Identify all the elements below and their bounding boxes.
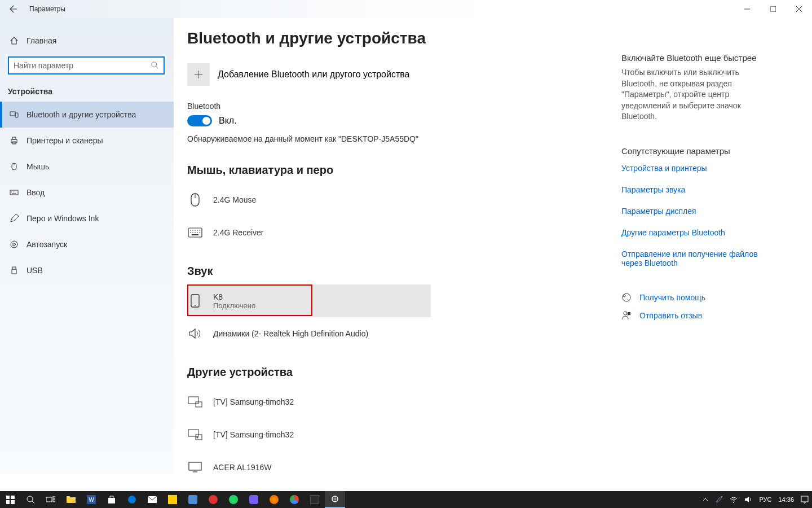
notification-icon bbox=[801, 496, 809, 503]
back-arrow-icon bbox=[9, 5, 18, 14]
search-box[interactable] bbox=[8, 56, 165, 75]
get-help-link[interactable]: Получить помощь bbox=[621, 292, 774, 303]
tray-language[interactable]: РУС bbox=[756, 491, 775, 508]
mouse-device-icon bbox=[187, 192, 203, 207]
printer-icon bbox=[10, 136, 19, 145]
taskbar-app-chrome[interactable] bbox=[284, 491, 304, 508]
device-monitor[interactable]: ACER AL1916W bbox=[187, 451, 431, 474]
search-button[interactable] bbox=[20, 491, 41, 508]
taskbar-app-1c[interactable] bbox=[162, 491, 183, 508]
home-label: Главная bbox=[27, 36, 56, 45]
svg-rect-56 bbox=[53, 500, 55, 502]
svg-point-60 bbox=[128, 496, 136, 503]
taskbar-app-mail[interactable] bbox=[142, 491, 162, 508]
start-button[interactable] bbox=[0, 491, 20, 508]
add-device-button[interactable] bbox=[187, 63, 210, 86]
taskbar-app-store[interactable] bbox=[102, 491, 122, 508]
device-k8[interactable]: K8 Подключено bbox=[187, 284, 431, 317]
taskbar-app-settings[interactable] bbox=[325, 491, 345, 508]
svg-rect-65 bbox=[801, 496, 808, 502]
back-button[interactable] bbox=[0, 0, 27, 18]
app-icon bbox=[310, 495, 319, 504]
taskbar-app-generic2[interactable] bbox=[304, 491, 325, 508]
sidebar-item-bluetooth[interactable]: Bluetooth и другие устройства bbox=[0, 102, 174, 128]
cast-device-icon bbox=[187, 396, 203, 408]
aside-panel: Включайте Bluetooth еще быстрее Чтобы вк… bbox=[621, 29, 791, 474]
app-icon bbox=[209, 495, 218, 504]
sidebar-item-pen[interactable]: Перо и Windows Ink bbox=[0, 205, 174, 231]
phone-device-icon bbox=[187, 294, 203, 308]
taskbar-app-viber[interactable] bbox=[244, 491, 264, 508]
edge-icon bbox=[127, 495, 136, 504]
taskbar-app-edge[interactable] bbox=[122, 491, 142, 508]
sidebar-item-mouse[interactable]: Мышь bbox=[0, 154, 174, 179]
sidebar-item-autoplay[interactable]: Автозапуск bbox=[0, 231, 174, 257]
svg-point-27 bbox=[192, 230, 193, 231]
minimize-button[interactable] bbox=[734, 0, 760, 18]
svg-line-53 bbox=[32, 501, 34, 503]
taskbar-app-ccleaner[interactable] bbox=[203, 491, 223, 508]
gear-icon bbox=[330, 494, 339, 503]
device-tv2[interactable]: [TV] Samsung-timoh32 bbox=[187, 418, 431, 451]
search-input[interactable] bbox=[14, 61, 151, 70]
link-devices-printers[interactable]: Устройства и принтеры bbox=[621, 164, 774, 173]
tray-expand[interactable] bbox=[699, 491, 712, 508]
tray-app[interactable] bbox=[712, 491, 726, 508]
sidebar: Главная Устройства Bluetooth и другие ус… bbox=[0, 18, 174, 474]
device-tv1[interactable]: [TV] Samsung-timoh32 bbox=[187, 386, 431, 418]
help-icon bbox=[621, 292, 632, 303]
taskbar-app-whatsapp[interactable] bbox=[223, 491, 244, 508]
window-title: Параметры bbox=[29, 5, 65, 13]
device-mouse[interactable]: 2.4G Mouse bbox=[187, 183, 431, 216]
bluetooth-toggle[interactable] bbox=[187, 115, 212, 126]
device-name: ACER AL1916W bbox=[213, 463, 272, 472]
link-send-receive-files[interactable]: Отправление или получение файлов через B… bbox=[621, 249, 774, 268]
sidebar-section-label: Устройства bbox=[0, 82, 174, 102]
device-name: K8 bbox=[213, 292, 255, 301]
close-button[interactable] bbox=[786, 0, 812, 18]
search-icon bbox=[27, 496, 35, 504]
sidebar-home[interactable]: Главная bbox=[0, 29, 174, 52]
svg-point-28 bbox=[195, 230, 196, 231]
svg-rect-19 bbox=[12, 267, 16, 269]
tray-wifi[interactable] bbox=[726, 491, 741, 508]
feedback-label: Отправить отзыв bbox=[639, 311, 702, 320]
device-speakers[interactable]: Динамики (2- Realtek High Definition Aud… bbox=[187, 317, 431, 350]
taskbar-app-word[interactable]: W bbox=[81, 491, 102, 508]
link-more-bluetooth[interactable]: Другие параметры Bluetooth bbox=[621, 228, 774, 237]
tip-text: Чтобы включить или выключить Bluetooth, … bbox=[621, 67, 774, 122]
nav-label: USB bbox=[27, 266, 43, 275]
svg-point-30 bbox=[199, 230, 200, 231]
usb-icon bbox=[10, 266, 19, 275]
section-mouse-heading: Мышь, клавиатура и перо bbox=[187, 164, 621, 177]
add-device-row[interactable]: Добавление Bluetooth или другого устройс… bbox=[187, 63, 621, 86]
taskbar-app-firefox[interactable] bbox=[264, 491, 284, 508]
tray-time[interactable]: 14:36 bbox=[775, 491, 797, 508]
taskbar-app-generic1[interactable] bbox=[183, 491, 203, 508]
windows-icon bbox=[6, 496, 15, 504]
maximize-button[interactable] bbox=[760, 0, 786, 18]
sidebar-item-typing[interactable]: Ввод bbox=[0, 179, 174, 205]
sidebar-item-printers[interactable]: Принтеры и сканеры bbox=[0, 128, 174, 154]
device-name: [TV] Samsung-timoh32 bbox=[213, 430, 294, 439]
link-display-settings[interactable]: Параметры дисплея bbox=[621, 207, 774, 216]
device-receiver[interactable]: 2.4G Receiver bbox=[187, 216, 431, 249]
svg-rect-43 bbox=[189, 462, 201, 470]
feedback-icon bbox=[621, 310, 632, 321]
sidebar-item-usb[interactable]: USB bbox=[0, 257, 174, 283]
tray-volume[interactable] bbox=[741, 491, 756, 508]
viber-icon bbox=[249, 495, 258, 504]
svg-point-52 bbox=[27, 496, 33, 502]
svg-point-64 bbox=[733, 502, 734, 503]
taskview-button[interactable] bbox=[41, 491, 61, 508]
device-name: 2.4G Mouse bbox=[213, 195, 256, 204]
section-audio-heading: Звук bbox=[187, 265, 621, 278]
tray-notifications[interactable] bbox=[797, 491, 812, 508]
keyboard-icon bbox=[10, 188, 19, 197]
taskview-icon bbox=[46, 496, 55, 503]
app-icon bbox=[188, 495, 197, 504]
feedback-link[interactable]: Отправить отзыв bbox=[621, 310, 774, 321]
link-sound-settings[interactable]: Параметры звука bbox=[621, 185, 774, 194]
taskbar-app-explorer[interactable] bbox=[61, 491, 81, 508]
svg-rect-7 bbox=[15, 113, 18, 117]
